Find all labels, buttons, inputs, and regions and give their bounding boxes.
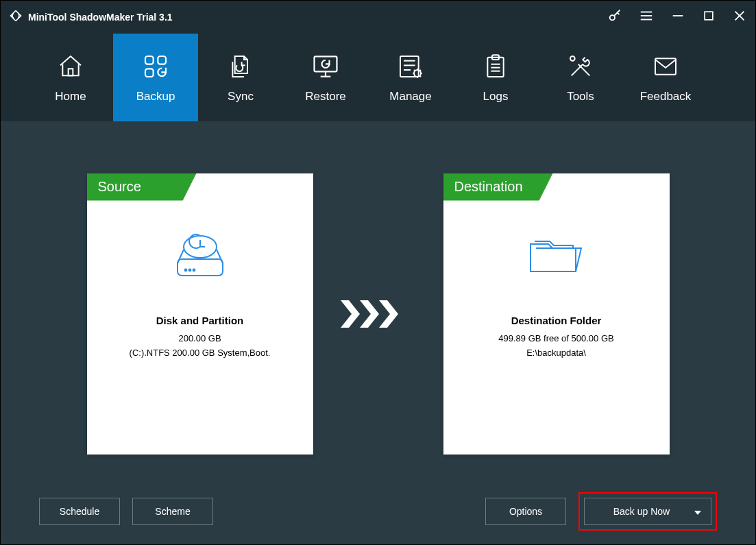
app-window: MiniTool ShadowMaker Trial 3.1: [0, 0, 756, 545]
nav-sync[interactable]: Sync: [198, 34, 283, 121]
nav-restore[interactable]: Restore: [283, 34, 368, 121]
svg-marker-36: [379, 300, 398, 328]
svg-rect-9: [145, 56, 154, 64]
caret-down-icon: [694, 506, 701, 517]
main-nav: Home Backup Sync: [1, 34, 755, 121]
svg-point-29: [188, 269, 191, 271]
source-detail: (C:).NTFS 200.00 GB System,Boot.: [130, 348, 271, 358]
nav-backup[interactable]: Backup: [113, 34, 198, 121]
svg-rect-5: [705, 12, 713, 20]
nav-label: Restore: [305, 90, 346, 104]
destination-card[interactable]: Destination Destination Folder 499.89 GB…: [443, 173, 670, 455]
home-icon: [57, 51, 84, 82]
backup-icon: [142, 51, 169, 82]
close-icon[interactable]: [732, 8, 747, 26]
svg-point-28: [184, 269, 186, 271]
nav-label: Home: [55, 90, 86, 104]
app-logo-icon: [9, 9, 23, 25]
source-title: Disk and Partition: [156, 315, 244, 326]
tools-icon: [567, 51, 594, 82]
chevron-arrows-icon: [341, 300, 416, 328]
manage-icon: [397, 51, 424, 82]
destination-path: E:\backupdata\: [526, 348, 586, 358]
main-content: Source Disk and Partition 200.00 GB (C:)…: [1, 121, 755, 479]
nav-tools[interactable]: Tools: [538, 34, 623, 121]
card-body: Disk and Partition 200.00 GB (C:).NTFS 2…: [87, 201, 313, 455]
maximize-icon[interactable]: [702, 9, 716, 25]
backup-now-label: Back up Now: [613, 506, 670, 517]
svg-point-30: [193, 269, 195, 271]
svg-marker-37: [694, 511, 701, 515]
titlebar: MiniTool ShadowMaker Trial 3.1: [1, 1, 755, 34]
svg-point-0: [610, 15, 615, 20]
nav-label: Manage: [389, 90, 431, 104]
schedule-button[interactable]: Schedule: [39, 498, 120, 525]
svg-marker-34: [341, 300, 360, 328]
card-header: Destination: [443, 173, 670, 201]
svg-rect-26: [655, 58, 676, 74]
disk-icon: [169, 226, 231, 287]
options-button[interactable]: Options: [485, 498, 566, 525]
svg-rect-8: [69, 69, 73, 75]
source-size: 200.00 GB: [178, 333, 221, 343]
nav-label: Logs: [483, 90, 509, 104]
svg-point-25: [570, 56, 575, 61]
menu-icon[interactable]: [639, 8, 654, 26]
nav-label: Tools: [567, 90, 594, 104]
app-title: MiniTool ShadowMaker Trial 3.1: [28, 12, 173, 23]
feedback-icon: [652, 51, 679, 82]
nav-logs[interactable]: Logs: [453, 34, 538, 121]
nav-manage[interactable]: Manage: [368, 34, 453, 121]
source-tab-label: Source: [87, 173, 197, 201]
svg-rect-15: [400, 56, 419, 77]
card-header: Source: [87, 173, 313, 201]
folder-icon: [522, 226, 591, 287]
nav-label: Backup: [136, 90, 175, 104]
bottom-bar: Schedule Scheme Options Back up Now: [1, 479, 755, 544]
key-icon[interactable]: [607, 8, 622, 26]
nav-label: Sync: [228, 90, 254, 104]
svg-rect-11: [145, 69, 154, 77]
backup-now-highlight: Back up Now: [578, 492, 717, 531]
backup-now-button[interactable]: Back up Now: [584, 498, 711, 525]
scheme-button[interactable]: Scheme: [132, 498, 213, 525]
restore-icon: [310, 51, 341, 82]
minimize-icon[interactable]: [670, 8, 685, 26]
destination-title: Destination Folder: [511, 315, 602, 326]
nav-home[interactable]: Home: [28, 34, 113, 121]
card-body: Destination Folder 499.89 GB free of 500…: [443, 201, 670, 455]
destination-tab-label: Destination: [443, 173, 553, 201]
sync-icon: [227, 51, 254, 82]
nav-label: Feedback: [640, 90, 692, 104]
svg-marker-35: [360, 300, 379, 328]
svg-rect-27: [178, 259, 223, 276]
window-controls: [607, 8, 747, 26]
nav-feedback[interactable]: Feedback: [623, 34, 708, 121]
logs-icon: [482, 51, 509, 82]
svg-rect-10: [158, 56, 166, 64]
source-card[interactable]: Source Disk and Partition 200.00 GB (C:)…: [87, 173, 313, 455]
destination-free: 499.89 GB free of 500.00 GB: [498, 333, 613, 343]
